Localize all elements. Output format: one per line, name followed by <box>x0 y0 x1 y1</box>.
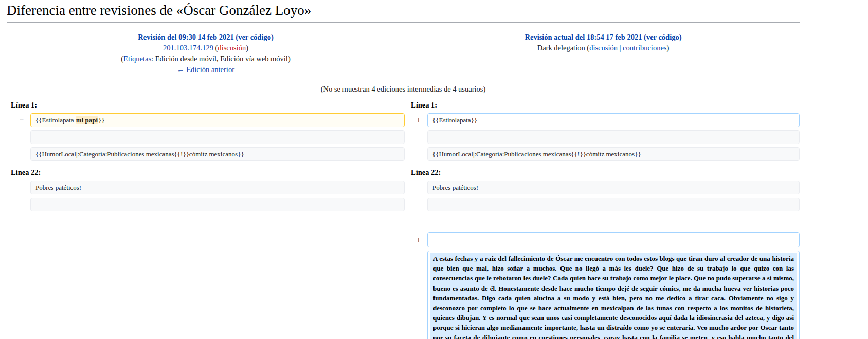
deleted-line-text: {{Estirolapata <box>35 116 76 124</box>
new-revision-username: Dark delegation <box>537 44 585 52</box>
added-marker: + <box>407 232 425 247</box>
line-number-heading-left: Línea 1: <box>7 100 405 110</box>
previous-edit-link[interactable]: ← Edición anterior <box>177 65 234 74</box>
paren: ) <box>246 44 248 52</box>
line-number-heading-left: Línea 22: <box>7 167 405 177</box>
context-line: {{HumorLocal|:Categoría:Publicaciones me… <box>427 147 800 161</box>
context-line-empty <box>427 130 800 144</box>
added-line: {{Estirolapata}} <box>427 113 800 127</box>
colon: : <box>151 55 155 63</box>
context-line: Pobres patéticos! <box>30 181 405 194</box>
context-line-empty <box>30 198 405 211</box>
deleted-highlight: mi papi <box>76 116 98 124</box>
old-revision-tags-line: (Etiquetas: Edición desde móvil, Edición… <box>7 53 405 64</box>
page-title: Diferencia entre revisiones de «Óscar Go… <box>7 0 800 23</box>
added-marker: + <box>407 113 425 127</box>
old-revision-user-link[interactable]: 201.103.174.129 <box>163 44 213 52</box>
new-revision-view-source-link[interactable]: (ver código) <box>644 33 681 41</box>
new-revision-user-line: Dark delegation (discusión | contribucio… <box>407 43 800 53</box>
paren: ) <box>666 44 669 52</box>
old-revision-view-source-link[interactable]: (ver código) <box>236 33 273 41</box>
context-line-empty <box>427 198 800 211</box>
new-revision-contribs-link[interactable]: contribuciones <box>623 44 666 52</box>
deleted-marker: − <box>7 113 28 127</box>
intermediate-revisions-note: (No se muestran 4 ediciones intermedias … <box>7 84 800 94</box>
pipe-separator: | <box>618 44 623 52</box>
new-revision-header: Revisión actual del 18:54 17 feb 2021 (v… <box>407 32 800 53</box>
context-line-empty <box>30 130 405 144</box>
line-number-heading-right: Línea 22: <box>407 167 800 177</box>
new-revision-link[interactable]: Revisión actual del 18:54 17 feb 2021 <box>525 33 642 41</box>
new-revision-talk-link[interactable]: discusión <box>589 44 618 52</box>
page-content: Diferencia entre revisiones de «Óscar Go… <box>7 0 800 339</box>
line-number-heading-right: Línea 1: <box>407 100 800 110</box>
added-paragraph-line: A estas fechas y a raíz del fallecimient… <box>427 251 800 339</box>
old-revision-header: Revisión del 09:30 14 feb 2021 (ver códi… <box>7 32 405 75</box>
old-revision-link[interactable]: Revisión del 09:30 14 feb 2021 <box>138 33 233 41</box>
previous-edit-line: ← Edición anterior <box>7 64 405 75</box>
tags-text: Edición desde móvil, Edición vía web móv… <box>155 55 288 63</box>
context-line: {{HumorLocal|:Categoría:Publicaciones me… <box>30 147 405 161</box>
old-revision-user-line: 201.103.174.129 (discusión) <box>7 43 405 53</box>
deleted-line-text: }} <box>98 116 104 124</box>
added-paragraph-highlight: A estas fechas y a raíz del fallecimient… <box>430 253 797 339</box>
added-line-empty <box>427 232 800 247</box>
old-revision-title: Revisión del 09:30 14 feb 2021 (ver códi… <box>7 32 405 43</box>
new-revision-title: Revisión actual del 18:54 17 feb 2021 (v… <box>407 32 800 43</box>
paren: ) <box>288 55 291 63</box>
context-line: Pobres patéticos! <box>427 181 800 194</box>
diff-table: Revisión del 09:30 14 feb 2021 (ver códi… <box>7 23 800 339</box>
tags-link[interactable]: Etiquetas <box>123 55 151 63</box>
old-revision-talk-link[interactable]: discusión <box>218 44 246 52</box>
deleted-line: {{Estirolapata mi papi}} <box>30 113 405 127</box>
